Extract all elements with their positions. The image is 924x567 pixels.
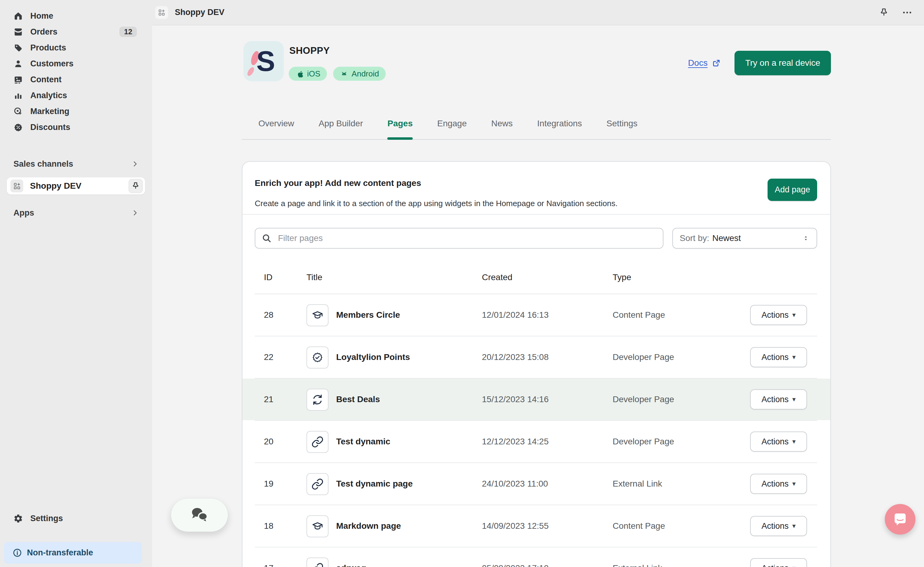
ellipsis-menu-icon[interactable] xyxy=(902,8,912,18)
try-on-real-device-button[interactable]: Try on a real device xyxy=(734,51,831,75)
sidebar-item-label: Discounts xyxy=(30,123,71,132)
row-created: 12/12/2023 14:25 xyxy=(482,437,549,447)
analytics-icon xyxy=(14,91,23,100)
section-label: Sales channels xyxy=(14,159,73,169)
sidebar-item-products[interactable]: Products xyxy=(0,40,152,56)
filter-search xyxy=(255,228,664,249)
topbar-actions xyxy=(879,8,924,18)
android-badge: Android xyxy=(333,67,386,81)
column-header-type: Type xyxy=(612,273,631,282)
pin-icon[interactable] xyxy=(879,8,889,18)
filter-pages-input[interactable] xyxy=(255,228,664,249)
pages-table: Sort by: Newest ID Title Created Type 28 xyxy=(242,215,830,567)
sort-label: Sort by: xyxy=(680,233,709,243)
tab-app-builder[interactable]: App Builder xyxy=(319,108,363,139)
logo-letter: S xyxy=(244,41,284,81)
actions-button[interactable]: Actions▾ xyxy=(750,432,807,452)
sidebar-item-home[interactable]: Home xyxy=(0,8,152,24)
sort-select[interactable]: Sort by: Newest xyxy=(672,228,817,249)
sort-updown-icon xyxy=(802,234,810,243)
external-link-icon xyxy=(712,58,721,68)
marketing-icon xyxy=(14,107,23,116)
channel-label: Shoppy DEV xyxy=(30,181,81,191)
row-title: Test dynamic page xyxy=(336,479,413,489)
table-row: 20 Test dynamic 12/12/2023 14:25 Develop… xyxy=(255,421,817,463)
caret-down-icon: ▾ xyxy=(792,564,796,567)
caret-down-icon: ▾ xyxy=(792,353,796,361)
app-window: Home Orders 12 Products Customers Conten… xyxy=(0,0,924,567)
row-type: Content Page xyxy=(612,310,665,320)
link-icon xyxy=(307,473,328,495)
sidebar-item-label: Home xyxy=(30,11,53,21)
actions-button[interactable]: Actions▾ xyxy=(750,558,807,567)
row-type: Developer Page xyxy=(612,352,674,362)
tab-engage[interactable]: Engage xyxy=(437,108,467,139)
card-title: Enrich your app! Add new content pages xyxy=(255,178,421,188)
table-header-row: ID Title Created Type xyxy=(255,249,817,294)
sidebar-section-sales-channels[interactable]: Sales channels xyxy=(0,156,152,172)
apple-icon xyxy=(295,69,304,78)
caret-down-icon: ▾ xyxy=(792,395,796,404)
sidebar-item-discounts[interactable]: Discounts xyxy=(0,119,152,135)
table-row: 18 Markdown page 14/09/2023 12:55 Conten… xyxy=(255,505,817,548)
home-icon xyxy=(14,11,23,21)
row-id: 19 xyxy=(264,479,273,489)
docs-link[interactable]: Docs xyxy=(688,58,721,68)
row-id: 21 xyxy=(264,394,273,404)
row-id: 20 xyxy=(264,437,273,447)
actions-button[interactable]: Actions▾ xyxy=(750,516,807,536)
sidebar-item-customers[interactable]: Customers xyxy=(0,56,152,72)
sidebar-item-orders[interactable]: Orders 12 xyxy=(0,24,152,40)
sidebar: Home Orders 12 Products Customers Conten… xyxy=(0,0,152,567)
app-header: S SHOPPY iOS Android Docs xyxy=(242,41,831,108)
table-row: 28 Members Circle 12/01/2024 16:13 Conte… xyxy=(255,294,817,336)
tab-settings[interactable]: Settings xyxy=(606,108,637,139)
section-label: Apps xyxy=(14,208,34,218)
pages-card: Enrich your app! Add new content pages C… xyxy=(242,161,831,567)
chevron-right-icon xyxy=(131,160,139,168)
android-icon xyxy=(340,69,348,78)
sidebar-item-label: Orders xyxy=(30,27,57,37)
link-icon xyxy=(307,431,328,453)
banner-label: Non-transferable xyxy=(27,548,93,558)
sidebar-item-settings[interactable]: Settings xyxy=(0,510,152,526)
link-icon xyxy=(307,558,328,567)
tab-integrations[interactable]: Integrations xyxy=(537,108,582,139)
row-created: 20/12/2023 15:08 xyxy=(482,352,549,362)
refresh-icon xyxy=(307,389,328,411)
tab-overview[interactable]: Overview xyxy=(259,108,294,139)
actions-button[interactable]: Actions▾ xyxy=(750,347,807,367)
chevron-right-icon xyxy=(131,209,139,216)
sidebar-item-marketing[interactable]: Marketing xyxy=(0,104,152,119)
add-page-button[interactable]: Add page xyxy=(767,178,817,201)
row-created: 15/12/2023 14:16 xyxy=(482,394,549,404)
row-id: 28 xyxy=(264,310,273,320)
topbar: Shoppy DEV xyxy=(152,0,924,26)
sidebar-section-apps[interactable]: Apps xyxy=(0,205,152,221)
header-actions: Docs Try on a real device xyxy=(688,51,831,75)
actions-button[interactable]: Actions▾ xyxy=(750,305,807,325)
pin-button[interactable] xyxy=(129,179,143,193)
graduation-cap-icon xyxy=(307,304,328,326)
sidebar-item-shoppy-dev[interactable]: Shoppy DEV xyxy=(7,177,145,195)
chat-bubble-button[interactable] xyxy=(171,498,228,532)
card-header: Enrich your app! Add new content pages C… xyxy=(242,162,830,215)
content-icon xyxy=(14,75,23,84)
sidebar-item-label: Customers xyxy=(30,59,74,69)
tab-news[interactable]: News xyxy=(491,108,513,139)
table-row: 17 sdrweg 05/09/2023 17:10 External Link… xyxy=(255,548,817,567)
tab-pages[interactable]: Pages xyxy=(387,108,413,139)
table-row: 22 Loyaltylion Points 20/12/2023 15:08 D… xyxy=(255,336,817,379)
row-title: Loyaltylion Points xyxy=(336,352,410,362)
caret-down-icon: ▾ xyxy=(792,311,796,319)
sort-value: Newest xyxy=(712,233,740,243)
row-id: 18 xyxy=(264,521,273,531)
sidebar-item-analytics[interactable]: Analytics xyxy=(0,87,152,104)
sidebar-item-content[interactable]: Content xyxy=(0,72,152,87)
caret-down-icon: ▾ xyxy=(792,480,796,488)
actions-button[interactable]: Actions▾ xyxy=(750,389,807,410)
actions-button[interactable]: Actions▾ xyxy=(750,474,807,494)
column-header-title: Title xyxy=(307,273,322,282)
discounts-icon xyxy=(14,123,23,132)
intercom-button[interactable] xyxy=(885,504,915,535)
